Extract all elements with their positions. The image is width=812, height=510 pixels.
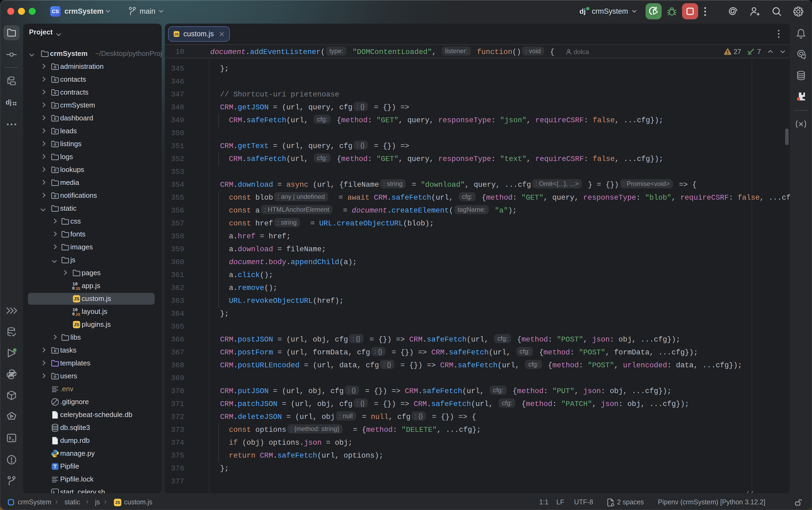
svg-text:dj: dj <box>6 98 11 106</box>
